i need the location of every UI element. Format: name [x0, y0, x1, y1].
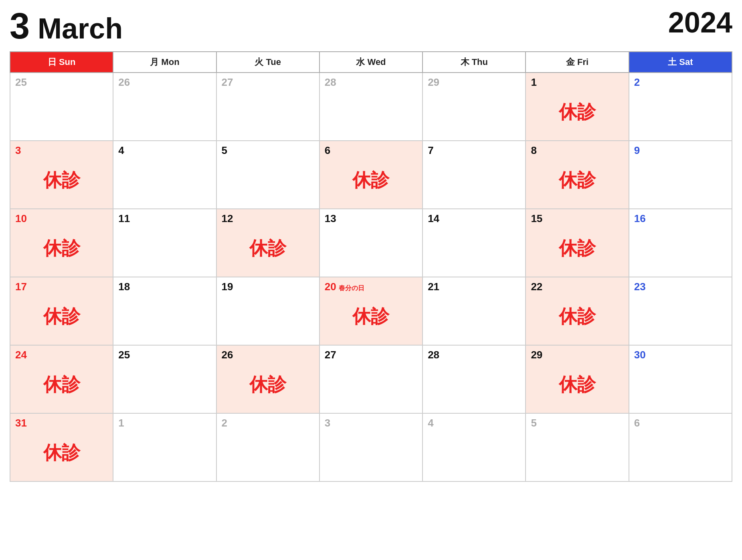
kyushin-label: 休診: [531, 100, 623, 125]
calendar-cell: 28: [319, 73, 423, 141]
date-number: 29: [531, 349, 542, 361]
calendar-cell: 22休診: [526, 277, 629, 345]
calendar-cell: 2: [629, 73, 732, 141]
calendar-cell: 4: [113, 141, 216, 209]
date-row: 16: [634, 212, 727, 225]
date-number: 2: [222, 417, 227, 429]
calendar-cell: 15休診: [526, 209, 629, 277]
date-number: 11: [118, 212, 130, 225]
date-number: 21: [428, 281, 439, 293]
date-row: 29: [531, 349, 623, 361]
date-number: 31: [15, 417, 27, 429]
header-sun: 日 Sun: [10, 52, 113, 73]
date-row: 10: [15, 212, 108, 225]
calendar-cell: 28: [423, 345, 526, 413]
date-number: 10: [15, 212, 27, 225]
calendar-cell: 24休診: [10, 345, 113, 413]
date-number: 13: [325, 212, 336, 225]
header-tue: 火 Tue: [216, 52, 319, 73]
calendar-cell: 9: [629, 141, 732, 209]
date-number: 23: [634, 281, 646, 293]
date-number: 29: [428, 76, 439, 89]
calendar-cell: 31休診: [10, 413, 113, 481]
date-row: 5: [531, 417, 623, 429]
date-row: 26: [118, 76, 211, 89]
calendar-cell: 19: [216, 277, 319, 345]
calendar-cell: 25: [113, 345, 216, 413]
kyushin-label: 休診: [15, 441, 108, 465]
date-row: 30: [634, 349, 727, 361]
month-name: March: [38, 12, 123, 44]
calendar-cell: 27: [319, 345, 423, 413]
calendar-cell: 16: [629, 209, 732, 277]
date-number: 16: [634, 212, 646, 225]
calendar-cell: 29: [423, 73, 526, 141]
date-number: 5: [531, 417, 536, 429]
date-row: 11: [118, 212, 211, 225]
date-row: 13: [325, 212, 417, 225]
date-row: 6: [634, 417, 727, 429]
date-row: 7: [428, 144, 520, 157]
calendar-cell: 6: [629, 413, 732, 481]
date-row: 3: [15, 144, 108, 157]
calendar-cell: 14: [423, 209, 526, 277]
calendar-cell: 26: [113, 73, 216, 141]
month-number: 3: [10, 6, 30, 46]
date-number: 3: [15, 144, 21, 157]
date-number: 18: [118, 281, 130, 293]
calendar-cell: 17休診: [10, 277, 113, 345]
date-row: 4: [428, 417, 520, 429]
date-number: 4: [428, 417, 433, 429]
calendar-cell: 27: [216, 73, 319, 141]
date-row: 28: [428, 349, 520, 361]
kyushin-label: 休診: [222, 236, 314, 261]
kyushin-label: 休診: [531, 236, 623, 261]
date-number: 7: [428, 144, 433, 157]
calendar-cell: 6休診: [319, 141, 423, 209]
header-mon: 月 Mon: [113, 52, 216, 73]
date-row: 31: [15, 417, 108, 429]
calendar-cell: 1: [113, 413, 216, 481]
date-row: 15: [531, 212, 623, 225]
calendar-row: 17休診181920春分の日休診2122休診23: [10, 277, 732, 345]
calendar-cell: 23: [629, 277, 732, 345]
date-number: 2: [634, 76, 640, 89]
year-title: 2024: [668, 8, 732, 37]
kyushin-label: 休診: [15, 372, 108, 397]
kyushin-label: 休診: [531, 372, 623, 397]
date-row: 8: [531, 144, 623, 157]
calendar-cell: 8休診: [526, 141, 629, 209]
date-number: 28: [428, 349, 439, 361]
calendar-cell: 21: [423, 277, 526, 345]
date-row: 19: [222, 281, 314, 293]
calendar-table: 日 Sun 月 Mon 火 Tue 水 Wed 木 Thu 金 Fri 土 Sa…: [10, 51, 732, 482]
calendar-cell: 7: [423, 141, 526, 209]
date-number: 17: [15, 281, 27, 293]
month-title: 3 March: [10, 8, 123, 44]
date-row: 12: [222, 212, 314, 225]
calendar-row: 3休診456休診78休診9: [10, 141, 732, 209]
date-row: 1: [118, 417, 211, 429]
calendar-cell: 26休診: [216, 345, 319, 413]
date-row: 23: [634, 281, 727, 293]
kyushin-label: 休診: [15, 304, 108, 329]
date-row: 3: [325, 417, 417, 429]
calendar-cell: 1休診: [526, 73, 629, 141]
header-fri: 金 Fri: [526, 52, 629, 73]
date-number: 1: [118, 417, 124, 429]
calendar-row: 25262728291休診2: [10, 73, 732, 141]
date-number: 25: [118, 349, 130, 361]
date-row: 2: [634, 76, 727, 89]
calendar-cell: 11: [113, 209, 216, 277]
date-row: 9: [634, 144, 727, 157]
page-header: 3 March 2024: [10, 8, 732, 44]
calendar-cell: 20春分の日休診: [319, 277, 423, 345]
date-number: 5: [222, 144, 227, 157]
date-row: 17: [15, 281, 108, 293]
date-row: 24: [15, 349, 108, 361]
kyushin-label: 休診: [222, 372, 314, 397]
date-number: 25: [15, 76, 27, 89]
date-row: 26: [222, 349, 314, 361]
date-number: 15: [531, 212, 542, 225]
date-number: 3: [325, 417, 330, 429]
